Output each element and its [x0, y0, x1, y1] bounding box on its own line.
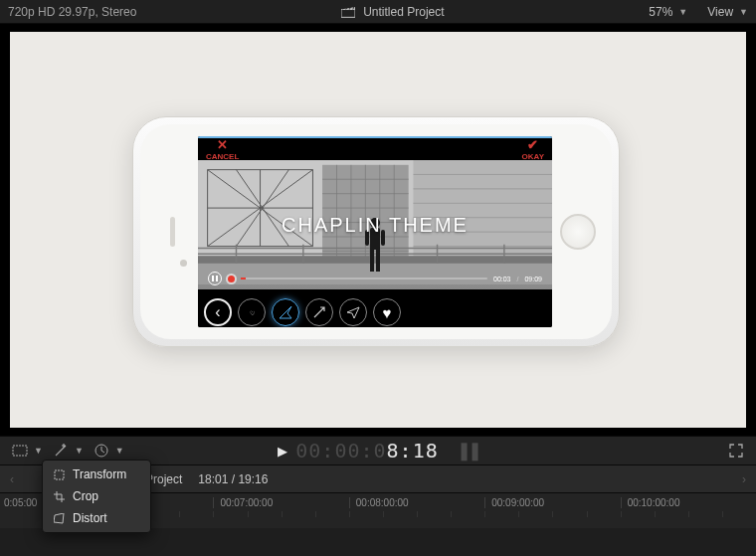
- effect-balloon1: ♡ Balloon1: [238, 298, 266, 327]
- svg-rect-32: [370, 248, 374, 272]
- progress-current: 00:03: [493, 276, 511, 282]
- menu-item-label: Distort: [73, 511, 107, 525]
- effect-plane2: Plane2: [339, 298, 367, 327]
- ruler-tick-label: 00:07:00:00: [213, 497, 348, 508]
- svg-rect-37: [216, 276, 218, 281]
- fullscreen-icon[interactable]: [726, 443, 746, 459]
- theme-title: CHAPLIN THEME: [198, 214, 552, 237]
- menu-item-distort[interactable]: Distort: [43, 507, 150, 529]
- plane-icon: [272, 298, 299, 326]
- timecode-display[interactable]: 00:00:08:18: [295, 439, 438, 463]
- chevron-down-icon[interactable]: ▼: [678, 7, 687, 17]
- transform-context-menu: Transform Crop Distort: [42, 460, 151, 533]
- wand-icon: [51, 443, 71, 459]
- distort-icon: [53, 512, 65, 524]
- clock-icon: [92, 443, 111, 459]
- progress-total: 09:09: [524, 276, 542, 282]
- effects-tool[interactable]: ▼: [51, 443, 84, 459]
- ruler-tick-label: 00:08:00:00: [349, 497, 484, 508]
- plane-icon: [339, 298, 367, 326]
- svg-rect-0: [341, 9, 355, 17]
- app-video-preview: CHAPLIN THEME 00:03 / 09:09: [198, 160, 552, 289]
- effect-back: ‹ BACK: [204, 298, 232, 327]
- timecode-value: 8:18: [387, 439, 439, 463]
- effect-plane1: Plane1: [272, 298, 299, 327]
- viewer-area: ✕ CANCEL ✔ OKAY: [0, 24, 756, 436]
- phone-screen: ✕ CANCEL ✔ OKAY: [198, 136, 552, 327]
- effect-arrow: Arrow: [305, 298, 333, 327]
- svg-rect-38: [13, 446, 27, 456]
- ruler-tick-label: 0:05:00: [4, 497, 37, 508]
- transform-tool[interactable]: ▼: [10, 443, 43, 459]
- pause-icon: [208, 272, 222, 285]
- chevron-left-icon[interactable]: ‹: [10, 472, 14, 486]
- crop-icon: [53, 490, 65, 502]
- format-info: 720p HD 29.97p, Stereo: [8, 5, 136, 19]
- svg-rect-33: [376, 248, 380, 272]
- arrow-icon: [305, 298, 333, 326]
- check-icon: ✔: [527, 138, 538, 151]
- effect-heart: ♥ Heart: [373, 298, 401, 327]
- ruler-tick-label: 00:10:00:00: [621, 497, 756, 508]
- viewer-top-bar: 720p HD 29.97p, Stereo Untitled Project …: [0, 0, 756, 24]
- timecode-prefix: 00:00:0: [295, 439, 386, 463]
- skip-icon[interactable]: ❚❚: [457, 440, 478, 462]
- project-title[interactable]: Untitled Project: [363, 5, 444, 19]
- chevron-right-icon[interactable]: ›: [742, 472, 746, 486]
- record-icon: [228, 276, 235, 282]
- chevron-down-icon[interactable]: ▼: [739, 7, 748, 17]
- heart-outline-icon: ♡: [238, 298, 266, 326]
- zoom-level[interactable]: 57%: [649, 5, 672, 19]
- heart-icon: ♥: [373, 298, 401, 326]
- clapperboard-icon: [341, 6, 355, 18]
- rectangle-select-icon: [10, 443, 30, 459]
- svg-rect-36: [212, 276, 214, 281]
- play-icon[interactable]: ▶: [278, 444, 287, 459]
- phone-camera: [180, 260, 187, 267]
- transform-icon: [53, 468, 65, 480]
- home-button-icon: [560, 214, 596, 250]
- chevron-down-icon[interactable]: ▼: [115, 446, 124, 456]
- ruler-tick-label: 00:09:00:00: [484, 497, 620, 508]
- cancel-button: ✕ CANCEL: [206, 138, 239, 161]
- timeline-position: 18:01 / 19:16: [198, 472, 268, 486]
- x-icon: ✕: [217, 138, 228, 151]
- okay-button: ✔ OKAY: [522, 138, 544, 161]
- chevron-down-icon[interactable]: ▼: [34, 446, 43, 456]
- phone-speaker: [170, 217, 175, 247]
- video-canvas[interactable]: ✕ CANCEL ✔ OKAY: [10, 32, 746, 428]
- svg-rect-40: [55, 470, 64, 479]
- menu-item-transform[interactable]: Transform: [43, 463, 150, 485]
- chevron-down-icon[interactable]: ▼: [75, 446, 84, 456]
- effects-strip: ‹ BACK ♡ Balloon1 Plane1: [198, 289, 552, 327]
- menu-item-label: Crop: [73, 489, 98, 503]
- retime-tool[interactable]: ▼: [92, 443, 124, 459]
- phone-mockup: ✕ CANCEL ✔ OKAY: [132, 116, 620, 347]
- back-arrow-icon: ‹: [204, 298, 232, 326]
- menu-item-crop[interactable]: Crop: [43, 485, 150, 507]
- menu-item-label: Transform: [73, 467, 126, 481]
- video-progress: 00:03 / 09:09: [208, 272, 542, 285]
- view-menu[interactable]: View: [707, 5, 733, 19]
